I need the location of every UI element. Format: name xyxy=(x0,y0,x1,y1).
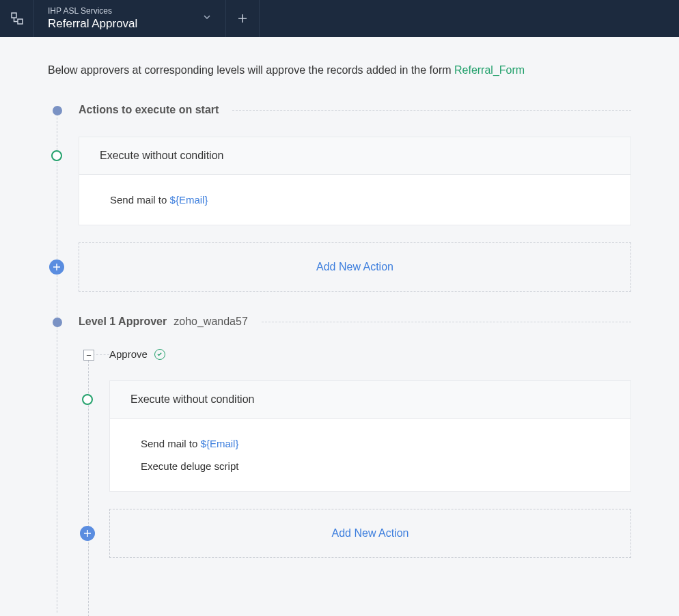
section-start-actions: Actions to execute on start Execute with… xyxy=(48,104,631,292)
svg-rect-1 xyxy=(18,19,23,24)
card-body: Send mail to ${Email} xyxy=(79,175,630,225)
condition-label: Execute without condition xyxy=(110,381,630,419)
header-title: Referral Approval xyxy=(48,17,137,31)
collapse-toggle[interactable]: − xyxy=(83,350,94,361)
action-variable: ${Email} xyxy=(201,438,239,449)
action-variable: ${Email} xyxy=(170,194,208,206)
add-action-block: Add New Action xyxy=(79,242,631,292)
divider xyxy=(232,110,631,111)
main-content: Below approvers at corresponding levels … xyxy=(0,37,679,602)
action-item[interactable]: Send mail to ${Email} xyxy=(110,194,600,206)
card-body: Send mail to ${Email} Execute deluge scr… xyxy=(110,419,630,491)
divider xyxy=(262,322,631,322)
intro-text: Below approvers at corresponding levels … xyxy=(48,64,631,76)
workflow-icon xyxy=(0,0,34,37)
add-action-block: Add New Action xyxy=(109,509,631,558)
check-circle-icon xyxy=(154,349,165,360)
condition-label: Execute without condition xyxy=(79,137,630,175)
section-level-1-approver: Level 1 Approverzoho_wanda57 − Approve xyxy=(48,316,631,558)
header-subtitle: IHP ASL Services xyxy=(48,6,137,16)
approver-name: zoho_wanda57 xyxy=(174,316,248,327)
condition-block: Execute without condition Send mail to $… xyxy=(109,380,631,492)
add-new-action-button[interactable]: Add New Action xyxy=(109,509,631,558)
action-item[interactable]: Execute deluge script xyxy=(141,460,600,472)
section-title: Actions to execute on start xyxy=(79,104,219,116)
header-title-block[interactable]: IHP ASL Services Referral Approval xyxy=(34,6,225,31)
condition-block: Execute without condition Send mail to $… xyxy=(79,137,631,225)
action-card[interactable]: Execute without condition Send mail to $… xyxy=(79,137,631,225)
add-new-action-button[interactable]: Add New Action xyxy=(79,242,631,292)
svg-rect-0 xyxy=(12,13,16,18)
condition-marker-icon xyxy=(82,394,93,405)
add-action-plus-icon[interactable] xyxy=(80,526,95,541)
subsection-title: Approve xyxy=(109,348,148,360)
app-header: IHP ASL Services Referral Approval xyxy=(0,0,679,37)
subsection-header: − Approve xyxy=(109,348,631,360)
action-card[interactable]: Execute without condition Send mail to $… xyxy=(109,380,631,492)
section-header: Actions to execute on start xyxy=(79,104,631,116)
section-header: Level 1 Approverzoho_wanda57 xyxy=(79,316,631,328)
timeline-dot-icon xyxy=(53,318,62,327)
approve-subsection: − Approve Execute without condition Send… xyxy=(79,348,631,558)
add-action-plus-icon[interactable] xyxy=(49,260,64,275)
add-workflow-button[interactable] xyxy=(225,0,260,37)
condition-marker-icon xyxy=(51,150,62,161)
chevron-down-icon[interactable] xyxy=(202,12,212,25)
workflow-flow: Actions to execute on start Execute with… xyxy=(48,104,631,558)
form-link[interactable]: Referral_Form xyxy=(454,64,525,76)
action-item[interactable]: Send mail to ${Email} xyxy=(141,438,600,449)
timeline-dot-icon xyxy=(53,106,62,115)
section-title: Level 1 Approverzoho_wanda57 xyxy=(79,316,248,328)
